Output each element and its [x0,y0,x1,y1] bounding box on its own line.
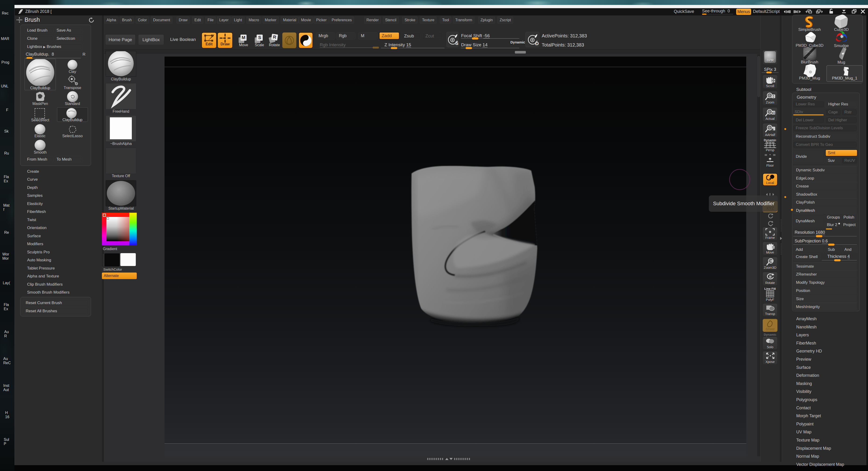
svg-text:x1: x1 [772,111,775,115]
svg-text:S: S [455,41,458,46]
svg-text:D: D [535,41,539,46]
svg-text:z: z [770,224,772,227]
